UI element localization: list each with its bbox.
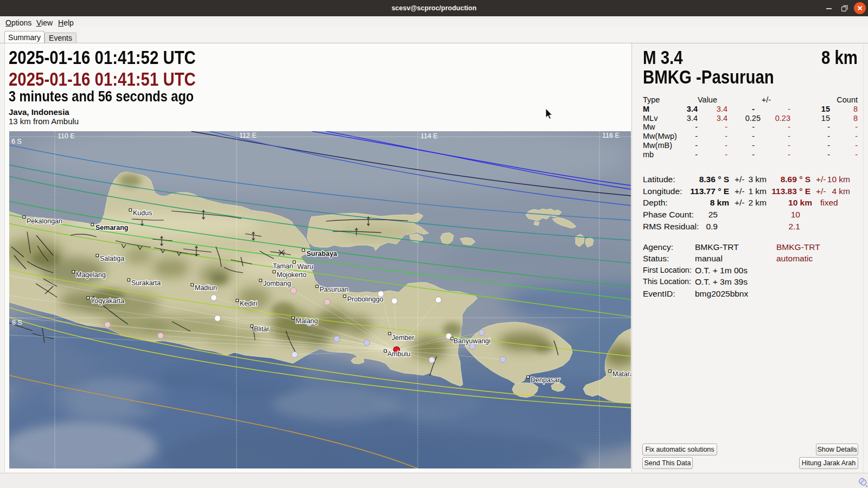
svg-text:Taman: Taman xyxy=(273,262,293,270)
svg-text:110 E: 110 E xyxy=(58,132,75,140)
svg-text:Surakarta: Surakarta xyxy=(131,279,161,287)
svg-text:6 S: 6 S xyxy=(11,138,22,145)
svg-text:Banyuwangi: Banyuwangi xyxy=(454,337,490,345)
svg-text:Mataram: Mataram xyxy=(612,370,631,378)
svg-text:Kudus: Kudus xyxy=(133,209,152,217)
svg-text:Kediri: Kediri xyxy=(240,300,257,307)
svg-text:Mojokerto: Mojokerto xyxy=(277,271,307,279)
svg-text:Waru: Waru xyxy=(297,263,313,271)
svg-text:Jombang: Jombang xyxy=(263,280,291,287)
svg-text:8 S: 8 S xyxy=(12,319,22,326)
svg-text:Madiun: Madiun xyxy=(195,284,217,292)
svg-text:Pasuruan: Pasuruan xyxy=(320,286,349,293)
svg-text:Surabaya: Surabaya xyxy=(307,250,337,258)
svg-text:Blitar: Blitar xyxy=(254,325,269,333)
svg-text:Denpasar: Denpasar xyxy=(531,376,560,384)
svg-text:Probolinggo: Probolinggo xyxy=(347,296,384,303)
svg-text:Semarang: Semarang xyxy=(95,224,128,232)
svg-text:114 E: 114 E xyxy=(420,132,438,140)
svg-text:Yogyakarta: Yogyakarta xyxy=(91,297,124,305)
svg-text:Magelang: Magelang xyxy=(76,271,106,279)
svg-text:112 E: 112 E xyxy=(239,132,257,139)
svg-text:Ambulu: Ambulu xyxy=(387,350,410,358)
svg-text:Jember: Jember xyxy=(392,334,414,342)
svg-text:Malang: Malang xyxy=(296,317,318,325)
svg-text:Pekalongan: Pekalongan xyxy=(27,217,62,225)
svg-text:116 E: 116 E xyxy=(602,132,620,139)
svg-text:Salatiga: Salatiga xyxy=(100,255,124,262)
